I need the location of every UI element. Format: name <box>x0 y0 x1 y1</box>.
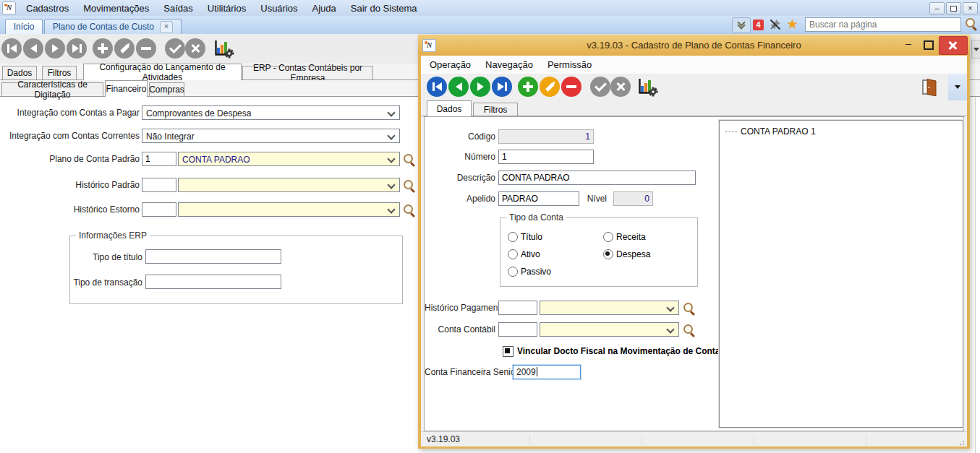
tab-list-chevron-button[interactable] <box>732 17 751 33</box>
notification-badge[interactable]: 4 <box>753 20 764 30</box>
plano-conta-lookup-icon[interactable] <box>403 153 416 166</box>
conta-contabil-select[interactable] <box>540 322 679 337</box>
historico-padrao-lookup-icon[interactable] <box>403 179 416 192</box>
delete-button[interactable] <box>561 77 581 97</box>
menu-sair-sistema[interactable]: Sair do Sistema <box>344 1 425 16</box>
radio-passivo[interactable] <box>508 267 518 277</box>
menu-operacao[interactable]: Operação <box>422 57 478 72</box>
search-magnifier-icon[interactable] <box>965 17 978 30</box>
edit-button[interactable] <box>114 38 135 59</box>
page-tab-dados[interactable]: Dados <box>2 66 37 80</box>
menu-usuarios[interactable]: Usuários <box>253 1 304 16</box>
historico-padrao-code-input[interactable] <box>142 178 176 192</box>
sub-tab-caracteristicas[interactable]: Características de Digitação <box>1 82 103 97</box>
menu-saidas[interactable]: Saídas <box>156 1 200 16</box>
menu-navegacao[interactable]: Navegação <box>478 57 540 72</box>
label-nivel: Nível <box>559 194 607 204</box>
chevron-down-icon <box>387 108 395 116</box>
sub-tab-compras[interactable]: Compras <box>149 82 184 97</box>
menu-utilitarios[interactable]: Utilitários <box>200 1 253 16</box>
historico-pagamento-select[interactable] <box>540 301 679 315</box>
descricao-input[interactable] <box>498 171 696 185</box>
radio-receita-label[interactable]: Receita <box>616 232 646 242</box>
tab-inicio[interactable]: Início <box>5 19 43 34</box>
page-tab-erp-contas[interactable]: ERP - Contas Contábeis por Empresa <box>242 66 373 80</box>
first-record-button[interactable] <box>427 77 447 97</box>
last-record-button[interactable] <box>492 77 512 97</box>
historico-padrao-select[interactable] <box>178 178 400 192</box>
previous-record-button[interactable] <box>23 38 43 59</box>
conta-financeira-senior-input[interactable]: 2009 <box>513 365 581 379</box>
minimize-button[interactable]: – <box>929 2 945 14</box>
toolbar-overflow-button[interactable] <box>948 74 967 100</box>
add-button[interactable] <box>518 77 538 97</box>
page-tab-config-lancamento[interactable]: Configuração do Lançamento de Atividades <box>83 64 242 80</box>
dialog-tab-dados[interactable]: Dados <box>427 100 472 116</box>
plano-conta-padrao-select[interactable]: CONTA PADRAO <box>178 152 400 166</box>
radio-passivo-label[interactable]: Passivo <box>521 267 551 277</box>
add-button[interactable] <box>93 38 113 59</box>
menu-ajuda[interactable]: Ajuda <box>305 1 344 16</box>
menu-cadastros[interactable]: Cadastros <box>19 1 76 16</box>
tipo-conta-group: Tipo da Conta Título Ativo Passivo Recei… <box>500 217 698 287</box>
numero-input[interactable] <box>498 150 594 164</box>
cancel-button[interactable] <box>610 77 631 97</box>
next-record-button[interactable] <box>470 77 490 97</box>
dialog-minimize-button[interactable]: – <box>902 38 915 51</box>
plano-conta-padrao-code-input[interactable] <box>142 152 176 166</box>
next-record-button[interactable] <box>45 38 65 59</box>
first-record-button[interactable] <box>1 38 22 59</box>
radio-receita[interactable] <box>603 232 613 242</box>
radio-despesa-label[interactable]: Despesa <box>616 249 650 259</box>
close-button[interactable]: × <box>963 2 978 14</box>
menu-permissao[interactable]: Permissão <box>540 57 599 72</box>
confirm-button[interactable] <box>165 38 185 59</box>
historico-pagamento-lookup-icon[interactable] <box>683 302 696 315</box>
contas-tree-panel[interactable]: CONTA PADRAO 1 <box>719 120 963 428</box>
exit-door-icon[interactable] <box>921 78 939 96</box>
search-input[interactable] <box>805 17 961 32</box>
integracao-correntes-select[interactable]: Não Integrar <box>142 129 400 143</box>
chart-settings-icon[interactable] <box>214 39 234 59</box>
tipo-transacao-input[interactable] <box>145 275 281 289</box>
radio-ativo-label[interactable]: Ativo <box>521 249 540 259</box>
resize-grip[interactable] <box>959 439 966 445</box>
sub-tab-financeiro[interactable]: Financeiro <box>105 80 148 97</box>
page-tab-filtros[interactable]: Filtros <box>42 66 77 80</box>
radio-titulo[interactable] <box>508 232 518 242</box>
dialog-titlebar[interactable]: N v3.19.03 - Cadastro de Plano de Contas… <box>418 35 970 56</box>
chevron-down-icon <box>666 303 674 311</box>
delete-button[interactable] <box>136 38 156 59</box>
last-record-button[interactable] <box>67 38 87 59</box>
unpin-icon[interactable] <box>768 17 783 32</box>
dialog-maximize-button[interactable] <box>924 40 934 50</box>
vincular-docto-checkbox[interactable] <box>503 346 514 357</box>
dialog-close-button[interactable] <box>939 36 968 55</box>
favorites-star-icon[interactable]: ★ <box>786 16 798 32</box>
tree-node-conta-padrao[interactable]: CONTA PADRAO 1 <box>725 126 816 137</box>
historico-estorno-select[interactable] <box>178 202 400 217</box>
confirm-button[interactable] <box>590 77 610 97</box>
menu-movimentacoes[interactable]: Movimentações <box>76 1 156 16</box>
conta-contabil-lookup-icon[interactable] <box>683 324 696 337</box>
radio-titulo-label[interactable]: Título <box>521 232 542 242</box>
tab-plano-contas-custo[interactable]: Plano de Contas de Custo × <box>44 19 182 34</box>
radio-ativo[interactable] <box>508 249 518 259</box>
radio-despesa[interactable] <box>603 249 613 259</box>
restore-button[interactable] <box>946 2 961 14</box>
close-tab-icon[interactable]: × <box>160 21 173 33</box>
edit-button[interactable] <box>540 77 560 97</box>
cancel-button[interactable] <box>185 38 205 59</box>
previous-record-button[interactable] <box>448 77 469 97</box>
historico-pagamento-code-input[interactable] <box>498 301 537 315</box>
historico-estorno-lookup-icon[interactable] <box>403 204 416 217</box>
tipo-titulo-input[interactable] <box>145 249 281 264</box>
toolbar-overflow-button[interactable] <box>971 40 980 59</box>
chart-settings-icon[interactable] <box>638 77 658 97</box>
codigo-input <box>498 129 594 144</box>
conta-contabil-code-input[interactable] <box>498 322 537 337</box>
integracao-pagar-select[interactable]: Comprovantes de Despesa <box>142 105 400 120</box>
dialog-tab-filtros[interactable]: Filtros <box>473 103 518 116</box>
historico-estorno-code-input[interactable] <box>142 202 176 217</box>
dialog-status-bar: v3.19.03 <box>421 431 967 446</box>
